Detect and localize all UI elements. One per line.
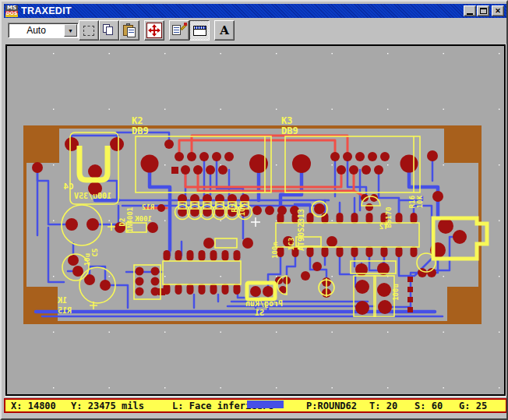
- pad: [175, 250, 182, 261]
- status-bar: X: 14800 Y: 23475 mils L: Face inferieur…: [4, 398, 507, 413]
- grid-dot: [332, 387, 333, 388]
- grid-dot: [276, 164, 277, 165]
- board-edge: [444, 127, 480, 163]
- pad: [330, 152, 340, 161]
- pad: [453, 230, 467, 244]
- pad: [242, 238, 253, 249]
- pad: [407, 297, 413, 302]
- chevron-down-icon[interactable]: ▼: [64, 24, 77, 37]
- maximize-button[interactable]: [477, 5, 489, 16]
- pad: [366, 246, 373, 257]
- pad: [365, 203, 373, 211]
- text-icon: A: [220, 25, 229, 37]
- pad: [175, 284, 182, 295]
- window-controls: ✕: [463, 5, 504, 16]
- silkscreen-outline: [163, 261, 241, 284]
- grid-dot: [332, 164, 333, 165]
- grid-dot: [499, 276, 499, 277]
- pad: [110, 137, 124, 151]
- paste-button[interactable]: [119, 20, 139, 41]
- pad: [427, 150, 438, 161]
- pad: [181, 165, 190, 175]
- board-edge: [25, 127, 59, 163]
- pcb-canvas[interactable]: K2DB9K3DB9C4100u/35VR151KProg/RunS1R1210…: [5, 44, 506, 396]
- maximize-icon: [480, 8, 487, 14]
- pad: [301, 271, 310, 281]
- grid-dot: [276, 332, 277, 333]
- grid-dot: [109, 387, 110, 388]
- pad: [314, 203, 325, 214]
- grid-dot: [164, 387, 165, 388]
- silkscreen-label: Prog/Run: [245, 299, 283, 308]
- title-bar[interactable]: MS DOS TRAXEDIT ✕: [4, 4, 507, 18]
- silkscreen-label: R16: [408, 196, 416, 208]
- pad: [151, 267, 160, 276]
- grid-dot: [499, 332, 499, 333]
- grid-dot: [332, 53, 333, 54]
- status-snap: S: 60: [415, 401, 443, 411]
- pad: [151, 277, 160, 286]
- canvas-frame: K2DB9K3DB9C4100u/35VR151KProg/RunS1R1210…: [5, 44, 506, 397]
- pad: [199, 152, 209, 161]
- grid-dot: [220, 109, 221, 110]
- grid-dot: [164, 221, 165, 221]
- pad: [377, 283, 391, 297]
- toolbar: Auto ▼: [4, 19, 507, 44]
- msdos-app-icon: MS DOS: [5, 5, 18, 17]
- pad: [147, 222, 158, 233]
- grid-dot: [332, 276, 333, 277]
- grid-dot: [387, 387, 388, 388]
- copy-button[interactable]: [99, 20, 119, 41]
- pad: [210, 250, 217, 261]
- pad: [224, 152, 234, 161]
- pad: [203, 238, 214, 249]
- zoom-fit-button[interactable]: [144, 20, 164, 41]
- close-button[interactable]: ✕: [492, 5, 504, 16]
- pad: [72, 266, 83, 277]
- pad: [263, 286, 273, 297]
- silkscreen-label: IC3: [288, 238, 295, 250]
- text-button[interactable]: A: [214, 20, 235, 41]
- pad: [157, 204, 165, 212]
- copper-trace-bottom: [379, 170, 399, 213]
- grid-dot: [443, 332, 444, 333]
- minimize-button[interactable]: [464, 5, 476, 16]
- grid-dot: [53, 109, 54, 110]
- pad: [355, 280, 369, 294]
- silkscreen-outline: [215, 238, 237, 248]
- selection-rect-icon: [83, 26, 94, 36]
- grid-dot: [387, 109, 388, 110]
- grid-dot: [220, 53, 221, 54]
- grid-dot: [220, 276, 221, 277]
- silkscreen-label: C4: [63, 182, 74, 192]
- pad: [187, 284, 194, 295]
- grid-dot: [53, 276, 54, 277]
- pad: [411, 213, 418, 224]
- pad: [381, 246, 388, 257]
- pad: [65, 137, 79, 151]
- pad: [222, 250, 229, 261]
- pad: [407, 307, 413, 312]
- properties-icon: [172, 24, 186, 37]
- window-button[interactable]: [189, 20, 210, 41]
- window-title: TRAXEDIT: [21, 5, 72, 16]
- silkscreen-label: BS170: [385, 206, 393, 228]
- pcb-drawing[interactable]: K2DB9K3DB9C4100u/35VR151KProg/RunS1R1210…: [7, 46, 504, 394]
- silkscreen-label: R2: [231, 204, 238, 213]
- silkscreen-label: R15: [58, 306, 72, 315]
- pad: [141, 155, 159, 173]
- pad: [337, 246, 344, 257]
- select-rect-button[interactable]: [79, 20, 99, 41]
- paste-icon: [122, 24, 136, 37]
- pad: [164, 250, 171, 261]
- layer-color-swatch: [247, 401, 284, 408]
- properties-button[interactable]: [169, 20, 189, 41]
- pad: [337, 165, 346, 175]
- pad: [212, 152, 221, 161]
- pad: [210, 284, 217, 295]
- status-pad: P:ROUND62: [306, 401, 357, 411]
- silkscreen-label: S1: [255, 309, 264, 317]
- mode-dropdown[interactable]: Auto ▼: [8, 23, 79, 38]
- grid-dot: [53, 332, 54, 333]
- copper-trace-bottom: [340, 252, 355, 287]
